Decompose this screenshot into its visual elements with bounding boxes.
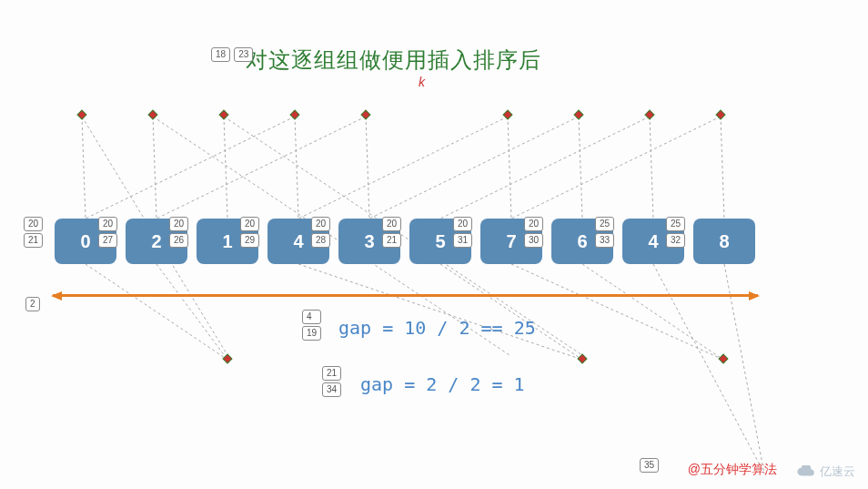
gap1-tags: 4 19 — [302, 310, 321, 341]
svg-line-9 — [156, 117, 366, 219]
svg-line-0 — [82, 117, 86, 219]
svg-line-4 — [224, 117, 227, 219]
top-label-group: 18 23 — [211, 47, 253, 62]
array-cell: 8 — [693, 219, 755, 264]
label-35: 35 — [640, 458, 659, 473]
svg-line-11 — [298, 117, 508, 219]
svg-line-21 — [440, 264, 582, 360]
gap-formula-2: gap = 2 / 2 = 1 — [360, 373, 525, 395]
label-18: 18 — [211, 47, 230, 62]
svg-line-22 — [511, 264, 723, 360]
svg-line-18 — [86, 264, 227, 360]
svg-line-13 — [369, 117, 579, 219]
watermark-logo: 亿速云 — [796, 464, 855, 480]
accent-char: k — [419, 75, 425, 89]
author-credit: @五分钟学算法 — [688, 462, 777, 478]
svg-line-23 — [582, 264, 723, 360]
svg-line-7 — [86, 117, 295, 219]
svg-line-17 — [511, 117, 721, 219]
array-row: 0 2 1 4 3 5 7 6 4 8 — [55, 219, 755, 264]
svg-line-15 — [440, 117, 650, 219]
label-23: 23 — [234, 47, 253, 62]
arrow-left-label: 2 — [25, 297, 40, 311]
svg-line-19 — [156, 264, 227, 360]
svg-line-12 — [579, 117, 582, 219]
diagram-title: 对这逐组组做便用插入排序后 — [246, 46, 541, 75]
svg-line-6 — [295, 117, 298, 219]
svg-line-16 — [721, 117, 724, 219]
gap2-tags: 21 34 — [322, 366, 341, 397]
svg-line-8 — [366, 117, 369, 219]
svg-line-2 — [153, 117, 156, 219]
span-arrow — [53, 294, 758, 297]
svg-line-10 — [508, 117, 511, 219]
svg-line-20 — [298, 264, 582, 360]
gap-formula-1: gap = 10 / 2 == 25 — [338, 317, 536, 339]
svg-line-14 — [650, 117, 653, 219]
